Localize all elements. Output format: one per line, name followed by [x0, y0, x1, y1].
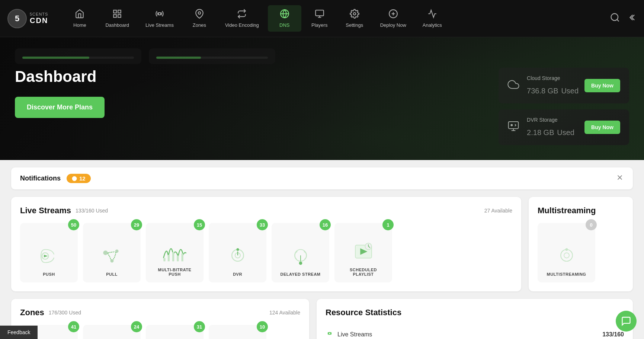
notif-left: Notifications 12 — [20, 174, 91, 183]
zones-available: 124 Available — [269, 310, 300, 316]
scheduled-icon — [350, 239, 377, 265]
dvr-storage-buy-button[interactable]: Buy Now — [584, 121, 620, 134]
nav-label-dashboard: Dashboard — [105, 22, 129, 28]
live-streams-title-group: Live Streams 133/160 Used — [20, 206, 108, 215]
nav-item-live-streams[interactable]: Live Streams — [138, 5, 181, 32]
push-icon — [36, 243, 62, 269]
svg-rect-26 — [167, 255, 169, 262]
multistreaming-types: 0 MULTISTREAMING — [538, 223, 624, 282]
live-streams-row: Live Streams 133/160 Used 27 Available 5… — [11, 197, 633, 291]
zone-type-4[interactable]: 10 — [209, 325, 266, 339]
multistreaming-title: Multistreaming — [538, 206, 596, 215]
resource-live-streams-icon — [326, 329, 334, 339]
cloud-storage-card: Cloud Storage 736.8 GB Used Buy Now — [499, 68, 629, 103]
players-icon — [315, 9, 324, 21]
svg-point-44 — [565, 248, 568, 251]
pull-badge: 29 — [131, 219, 142, 230]
push-label: PUSH — [43, 272, 55, 276]
feedback-button[interactable]: Feedback — [0, 326, 38, 339]
stream-type-push[interactable]: 50 PUSH — [20, 223, 78, 282]
zone-badge-3: 31 — [194, 321, 205, 332]
nav-label-analytics: Analytics — [423, 22, 442, 28]
dvr-storage-icon — [507, 120, 519, 135]
analytics-icon — [427, 9, 437, 21]
logo-text: 5CENTS CDN — [30, 12, 48, 25]
nav-item-dashboard[interactable]: Dashboard — [98, 5, 137, 32]
svg-point-5 — [198, 12, 201, 14]
nav-item-zones[interactable]: Zones — [183, 5, 216, 32]
resource-statistics-title: Resource Statistics — [326, 308, 624, 317]
nav-item-dns[interactable]: DNS — [268, 5, 301, 32]
dns-icon — [280, 9, 289, 21]
delayed-label: DELAYED STREAM — [280, 272, 320, 276]
svg-point-16 — [511, 124, 512, 126]
hero-left: Dashboard Discover More Plans — [15, 68, 105, 118]
stream-type-scheduled[interactable]: 1 SCHEDULED PLAYLIST — [334, 223, 392, 282]
logo-number: 5 — [15, 14, 19, 23]
multistreaming-header: Multistreaming — [538, 206, 624, 215]
zone-badge-1: 41 — [68, 321, 79, 332]
svg-rect-3 — [118, 15, 121, 17]
zones-used: 176/300 Used — [49, 310, 81, 316]
dvr-label: DVR — [233, 272, 242, 276]
nav-item-video-encoding[interactable]: Video Encoding — [218, 5, 266, 32]
dvr-badge: 33 — [257, 219, 268, 230]
settings-icon — [350, 9, 359, 21]
multistreaming-icon — [554, 243, 580, 269]
live-streams-card: Live Streams 133/160 Used 27 Available 5… — [11, 197, 521, 291]
nav-item-home[interactable]: Home — [63, 5, 96, 32]
live-streams-header: Live Streams 133/160 Used 27 Available — [20, 206, 512, 215]
nav-item-analytics[interactable]: Analytics — [415, 5, 449, 32]
dvr-storage-info: DVR Storage 2.18 GB Used — [527, 117, 579, 138]
dvr-storage-card: DVR Storage 2.18 GB Used Buy Now — [499, 109, 629, 145]
svg-rect-15 — [509, 122, 519, 129]
stream-type-multistreaming[interactable]: 0 MULTISTREAMING — [538, 223, 595, 282]
stream-type-multi-bitrate[interactable]: 15 MULTI-BITRATE PUSH — [146, 223, 204, 282]
main-content: Notifications 12 Live Streams 133/160 Us… — [0, 160, 644, 339]
cloud-storage-info: Cloud Storage 736.8 GB Used — [527, 75, 579, 96]
zone-type-2[interactable]: 24 — [83, 325, 141, 339]
nav-label-live-streams: Live Streams — [145, 22, 174, 28]
svg-marker-21 — [44, 255, 48, 258]
svg-point-9 — [353, 13, 356, 15]
nav-item-settings[interactable]: Settings — [338, 5, 371, 32]
nav-item-players[interactable]: Players — [303, 5, 336, 32]
dashboard-hero: Dashboard Discover More Plans Cloud Stor… — [0, 37, 644, 160]
svg-rect-1 — [118, 10, 121, 13]
top-storage-card-1 — [15, 48, 141, 64]
nav-label-zones: Zones — [193, 22, 206, 28]
discover-more-plans-button[interactable]: Discover More Plans — [15, 97, 105, 118]
cloud-storage-buy-button[interactable]: Buy Now — [584, 79, 620, 92]
stream-types-grid: 50 PUSH 29 — [20, 223, 512, 282]
notifications-close-button[interactable] — [616, 173, 624, 183]
nav-label-dns: DNS — [279, 22, 289, 28]
multi-bitrate-icon — [162, 239, 188, 265]
chat-widget[interactable] — [616, 311, 637, 332]
nav-right — [610, 12, 637, 25]
logo[interactable]: 5 5CENTS CDN — [7, 9, 48, 28]
multi-bitrate-badge: 15 — [194, 219, 205, 230]
stream-type-pull[interactable]: 29 PULL — [83, 223, 141, 282]
logo-circle: 5 — [7, 9, 27, 28]
nav-item-deploy-now[interactable]: Deploy Now — [373, 5, 414, 32]
nav-items: Home Dashboard Live Streams Zones Video — [63, 5, 610, 32]
nav-label-deploy-now: Deploy Now — [380, 22, 406, 28]
multistreaming-label: MULTISTREAMING — [547, 272, 586, 276]
live-streams-used: 133/160 Used — [76, 208, 108, 214]
resource-row-live-streams: Live Streams 133/160 — [326, 325, 624, 339]
stream-type-dvr[interactable]: 33 DVR — [209, 223, 266, 282]
collapse-icon[interactable] — [626, 12, 637, 25]
svg-point-22 — [103, 250, 108, 255]
search-icon[interactable] — [610, 12, 620, 25]
nav-label-video-encoding: Video Encoding — [225, 22, 259, 28]
zone-type-3[interactable]: 31 — [146, 325, 204, 339]
top-storage-card-2 — [149, 48, 275, 64]
zones-title-group: Zones 176/300 Used — [20, 308, 81, 317]
scheduled-badge: 1 — [382, 219, 394, 230]
delayed-icon — [288, 243, 314, 269]
cloud-storage-title: Cloud Storage — [527, 75, 579, 81]
zones-title: Zones — [20, 308, 44, 317]
video-encoding-icon — [237, 9, 247, 21]
stream-type-delayed[interactable]: 16 DELAYED STREAM — [272, 223, 329, 282]
svg-rect-25 — [163, 258, 165, 262]
